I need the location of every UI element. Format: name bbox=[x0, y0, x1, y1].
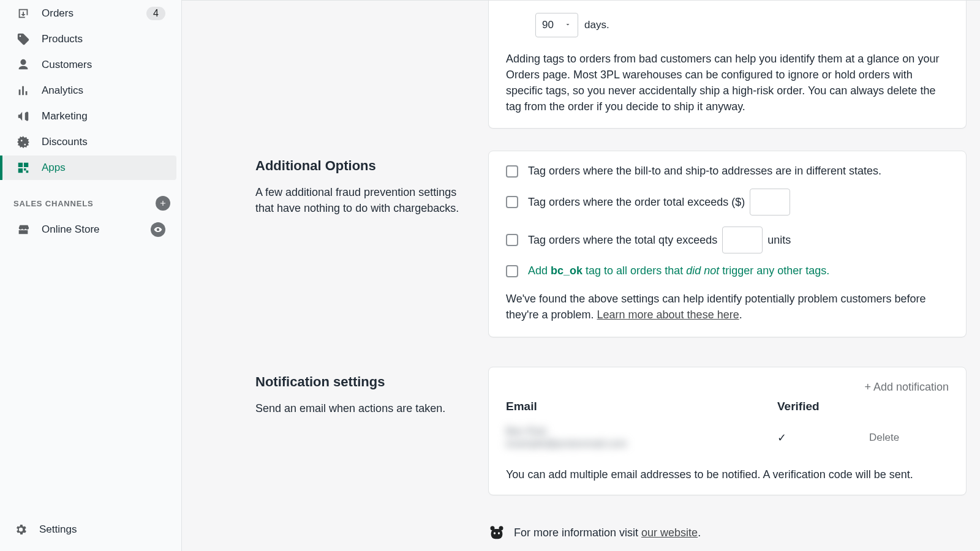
svg-point-4 bbox=[498, 532, 500, 534]
sidebar-item-label: Marketing bbox=[42, 110, 165, 122]
chevron-down-icon bbox=[564, 19, 571, 31]
sidebar-footer: Settings bbox=[0, 515, 181, 551]
opt-total-qty: Tag orders where the total qty exceeds u… bbox=[506, 227, 949, 253]
sidebar-item-customers[interactable]: Customers bbox=[2, 53, 176, 77]
tagging-help-text: Adding tags to orders from bad customers… bbox=[506, 51, 949, 114]
checkbox-different-states[interactable] bbox=[506, 165, 518, 178]
orders-badge: 4 bbox=[146, 7, 165, 20]
website-link[interactable]: our website bbox=[641, 527, 698, 539]
apps-icon bbox=[16, 161, 31, 174]
contact-email: example@protonmail.com bbox=[506, 438, 627, 450]
sidebar: Orders 4 Products Customers Analytics bbox=[0, 0, 182, 551]
additional-options-card: Tag orders where the bill-to and ship-to… bbox=[488, 151, 967, 337]
app-logo-icon bbox=[488, 525, 505, 542]
notification-footnote: You can add multiple email addresses to … bbox=[506, 468, 949, 481]
opt-label: Tag orders where the bill-to and ship-to… bbox=[528, 165, 881, 178]
view-store-button[interactable] bbox=[151, 222, 165, 237]
svg-rect-2 bbox=[491, 529, 503, 539]
checkbox-total-qty[interactable] bbox=[506, 234, 518, 246]
app-footer: For more information visit our website. bbox=[488, 510, 980, 551]
gear-icon bbox=[13, 523, 28, 536]
nav-list: Orders 4 Products Customers Analytics bbox=[0, 0, 181, 181]
sidebar-item-apps[interactable]: Apps bbox=[2, 156, 176, 180]
plus-icon bbox=[159, 199, 167, 208]
notification-table: Email Verified Ben Rub example@protonmai… bbox=[506, 400, 949, 455]
svg-point-3 bbox=[494, 532, 496, 534]
opt-bc-ok: Add bc_ok tag to all orders that did not… bbox=[506, 264, 949, 277]
sidebar-item-analytics[interactable]: Analytics bbox=[2, 78, 176, 103]
order-total-input[interactable] bbox=[750, 189, 790, 216]
add-channel-button[interactable] bbox=[156, 196, 170, 211]
inbox-icon bbox=[16, 7, 31, 20]
settings-label: Settings bbox=[39, 523, 77, 536]
sidebar-item-label: Products bbox=[42, 33, 165, 45]
check-icon: ✓ bbox=[777, 431, 786, 444]
opt-order-total: Tag orders where the order total exceeds… bbox=[506, 189, 949, 216]
sidebar-item-discounts[interactable]: Discounts bbox=[2, 130, 176, 154]
checkbox-order-total[interactable] bbox=[506, 196, 518, 208]
bar-chart-icon bbox=[16, 84, 31, 97]
sidebar-item-products[interactable]: Products bbox=[2, 27, 176, 51]
sidebar-item-settings[interactable]: Settings bbox=[0, 515, 181, 544]
opt-different-states: Tag orders where the bill-to and ship-to… bbox=[506, 165, 949, 178]
eye-icon bbox=[154, 225, 162, 234]
table-row-email: Ben Rub example@protonmail.com bbox=[506, 421, 777, 455]
verified-indicator: ✓ bbox=[777, 426, 869, 449]
days-select[interactable]: 90 bbox=[535, 13, 578, 37]
col-email: Email bbox=[506, 400, 777, 421]
tag-icon bbox=[16, 32, 31, 46]
section-label: SALES CHANNELS bbox=[13, 199, 156, 208]
discount-icon bbox=[16, 135, 31, 149]
notification-header: Notification settings Send an email when… bbox=[255, 367, 488, 495]
contact-name: Ben Rub bbox=[506, 425, 627, 438]
section-title: Notification settings bbox=[255, 374, 466, 390]
opt-label: Tag orders where the order total exceeds… bbox=[528, 196, 745, 209]
checkbox-bc-ok[interactable] bbox=[506, 265, 518, 277]
add-notification-button[interactable]: + Add notification bbox=[864, 381, 949, 394]
sidebar-item-label: Apps bbox=[42, 162, 165, 174]
sidebar-item-label: Discounts bbox=[42, 136, 165, 148]
opt-label: Tag orders where the total qty exceeds bbox=[528, 234, 717, 247]
total-qty-input[interactable] bbox=[722, 227, 763, 253]
days-value: 90 bbox=[542, 19, 554, 31]
sidebar-item-orders[interactable]: Orders 4 bbox=[2, 1, 176, 26]
opt-label: Add bc_ok tag to all orders that did not… bbox=[528, 264, 829, 277]
opt-suffix: units bbox=[767, 234, 791, 247]
sidebar-item-label: Analytics bbox=[42, 84, 165, 97]
sidebar-item-label: Online Store bbox=[42, 223, 151, 236]
sidebar-item-marketing[interactable]: Marketing bbox=[2, 104, 176, 129]
days-suffix: days. bbox=[584, 19, 609, 31]
delete-notification-button[interactable]: Delete bbox=[869, 427, 949, 449]
section-title: Additional Options bbox=[255, 158, 466, 174]
additional-options-header: Additional Options A few additional frau… bbox=[255, 151, 488, 337]
person-icon bbox=[16, 58, 31, 72]
section-desc: Send an email when actions are taken. bbox=[255, 401, 466, 416]
section-desc: A few additional fraud prevention settin… bbox=[255, 185, 466, 216]
learn-more-link[interactable]: Learn more about these here bbox=[597, 309, 739, 321]
sidebar-item-label: Customers bbox=[42, 59, 165, 71]
notification-card: + Add notification Email Verified Ben Ru… bbox=[488, 367, 967, 495]
col-verified: Verified bbox=[777, 400, 869, 421]
tagging-card: 90 days. Adding tags to orders from bad … bbox=[488, 1, 967, 129]
additional-help-text: We've found the above settings can help … bbox=[506, 291, 949, 323]
main-content: 90 days. Adding tags to orders from bad … bbox=[182, 0, 980, 551]
sales-channels-header: SALES CHANNELS bbox=[0, 181, 181, 216]
megaphone-icon bbox=[16, 110, 31, 123]
sidebar-item-label: Orders bbox=[42, 7, 146, 20]
store-icon bbox=[16, 223, 31, 236]
channels-list: Online Store bbox=[0, 216, 181, 244]
sidebar-item-online-store[interactable]: Online Store bbox=[2, 217, 176, 242]
